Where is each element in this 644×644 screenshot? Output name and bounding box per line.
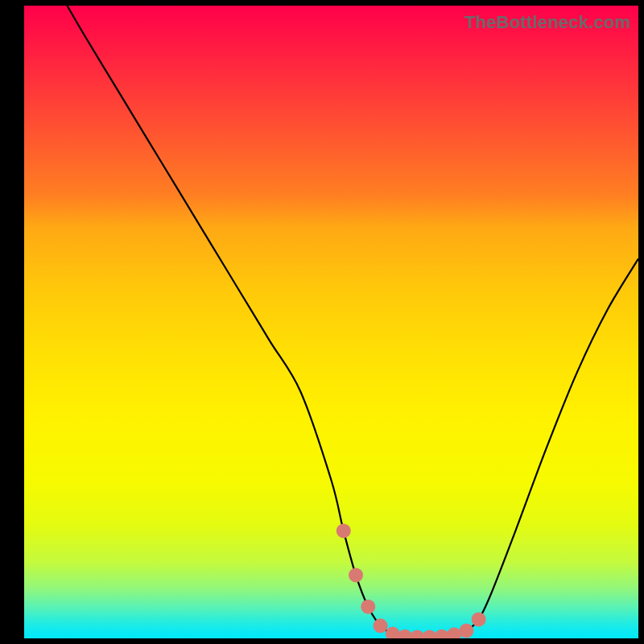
marker-group — [336, 523, 486, 638]
curve-group — [67, 6, 638, 638]
marker-dot — [374, 618, 388, 633]
plot-area: TheBottleneck.com — [24, 6, 638, 638]
watermark-text: TheBottleneck.com — [464, 12, 630, 33]
marker-dot — [435, 630, 449, 638]
marker-dot — [349, 568, 363, 582]
marker-dot — [447, 627, 461, 638]
marker-dot — [472, 612, 486, 626]
bottleneck-curve — [67, 6, 638, 638]
chart-svg — [24, 6, 638, 638]
chart-frame: TheBottleneck.com — [0, 0, 644, 644]
marker-dot — [459, 624, 473, 638]
marker-dot — [336, 523, 351, 538]
marker-dot — [361, 600, 375, 614]
